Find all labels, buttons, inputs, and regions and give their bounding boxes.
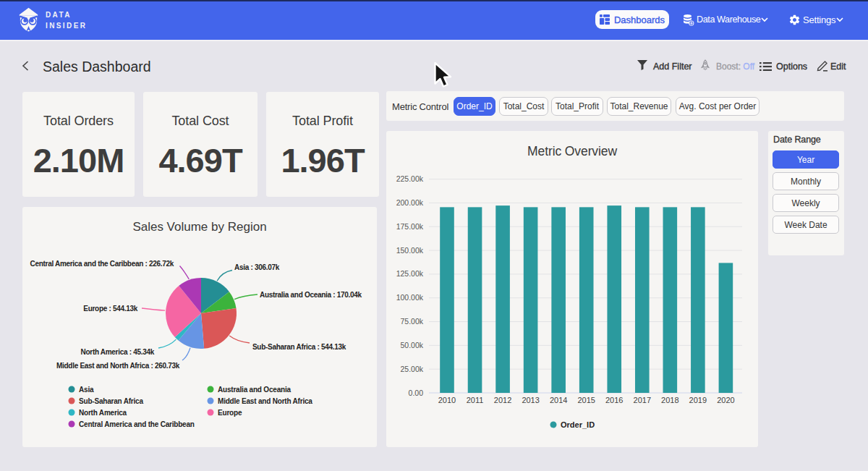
svg-text:Asia: Asia — [79, 386, 94, 394]
svg-text:Order_ID: Order_ID — [561, 420, 595, 429]
svg-text:Sub-Saharan Africa: Sub-Saharan Africa — [79, 397, 143, 405]
svg-text:2017: 2017 — [634, 396, 651, 404]
svg-text:50.00k: 50.00k — [400, 341, 423, 349]
svg-text:Sub-Saharan Africa : 544.13k: Sub-Saharan Africa : 544.13k — [252, 343, 346, 351]
svg-text:2014: 2014 — [550, 396, 567, 404]
svg-text:175.00k: 175.00k — [396, 222, 424, 231]
svg-text:2019: 2019 — [689, 396, 707, 404]
svg-text:125.00k: 125.00k — [396, 269, 424, 278]
svg-text:75.00k: 75.00k — [400, 317, 423, 326]
svg-text:Europe: Europe — [218, 409, 242, 417]
svg-text:2011: 2011 — [467, 396, 484, 404]
svg-text:Asia : 306.07k: Asia : 306.07k — [234, 263, 280, 271]
svg-text:Middle East and North Africa: Middle East and North Africa — [218, 397, 312, 405]
svg-text:2010: 2010 — [438, 396, 456, 404]
svg-text:150.00k: 150.00k — [396, 246, 424, 255]
svg-text:North America : 45.34k: North America : 45.34k — [81, 348, 155, 356]
svg-text:200.00k: 200.00k — [396, 198, 424, 207]
svg-text:2012: 2012 — [494, 396, 511, 404]
svg-text:Europe : 544.13k: Europe : 544.13k — [83, 305, 137, 313]
svg-text:2020: 2020 — [717, 396, 734, 404]
svg-text:2016: 2016 — [605, 396, 623, 404]
svg-text:225.00k: 225.00k — [396, 174, 424, 183]
svg-text:2013: 2013 — [522, 396, 539, 404]
svg-text:100.00k: 100.00k — [396, 293, 424, 302]
svg-text:Central America and the Caribb: Central America and the Caribbean : 226.… — [30, 260, 174, 268]
svg-text:Australia and Oceania: Australia and Oceania — [218, 386, 291, 394]
svg-text:Middle East and North Africa :: Middle East and North Africa : 260.73k — [56, 362, 180, 370]
svg-text:Central America and the Caribb: Central America and the Caribbean — [79, 420, 195, 428]
svg-text:Australia and Oceania : 170.04: Australia and Oceania : 170.04k — [260, 291, 362, 299]
svg-text:25.00k: 25.00k — [400, 365, 423, 373]
svg-text:0.00: 0.00 — [409, 389, 424, 397]
svg-text:North America: North America — [79, 409, 127, 417]
svg-text:2015: 2015 — [577, 396, 595, 404]
svg-text:2018: 2018 — [661, 396, 678, 404]
